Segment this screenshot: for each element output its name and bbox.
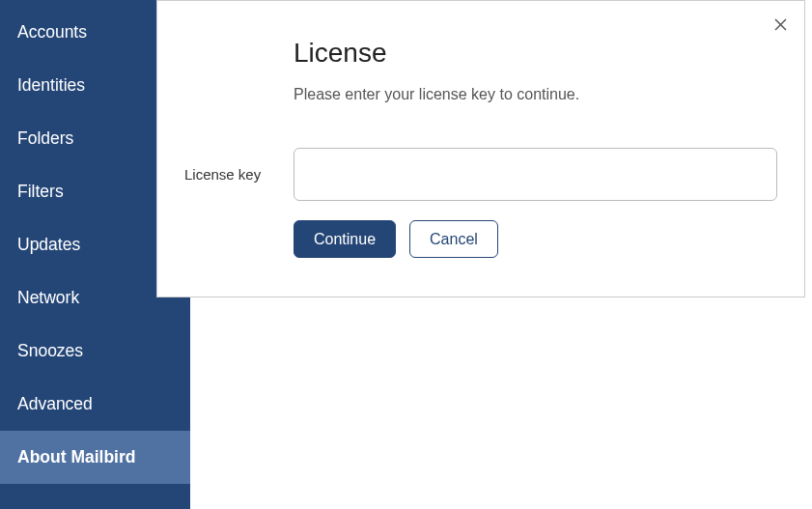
app-root: Accounts Identities Folders Filters Upda… [0,0,812,509]
sidebar-item-label: Updates [17,235,80,254]
sidebar-item-about-mailbird[interactable]: About Mailbird [0,431,190,484]
sidebar-item-advanced[interactable]: Advanced [0,378,190,431]
sidebar-item-label: Folders [17,128,73,148]
content-area: License Please enter your license key to… [190,0,812,509]
sidebar-item-label: Snoozes [17,341,83,360]
dialog-subtitle: Please enter your license key to continu… [294,86,777,103]
dialog-title: License [294,38,777,69]
license-key-label: License key [184,166,294,183]
continue-button[interactable]: Continue [294,220,396,258]
license-key-row: License key [184,148,777,201]
license-dialog: License Please enter your license key to… [156,0,805,297]
cancel-button[interactable]: Cancel [409,220,498,258]
close-button[interactable] [774,18,787,31]
sidebar-item-label: About Mailbird [17,447,135,467]
sidebar-item-label: Filters [17,182,64,201]
sidebar-item-label: Network [17,288,79,307]
sidebar-item-label: Advanced [17,394,93,413]
dialog-button-row: Continue Cancel [294,220,777,258]
sidebar-item-label: Accounts [17,22,87,42]
license-key-input[interactable] [294,148,777,201]
close-icon [774,18,787,31]
sidebar-item-label: Identities [17,75,85,95]
sidebar-item-snoozes[interactable]: Snoozes [0,325,190,378]
